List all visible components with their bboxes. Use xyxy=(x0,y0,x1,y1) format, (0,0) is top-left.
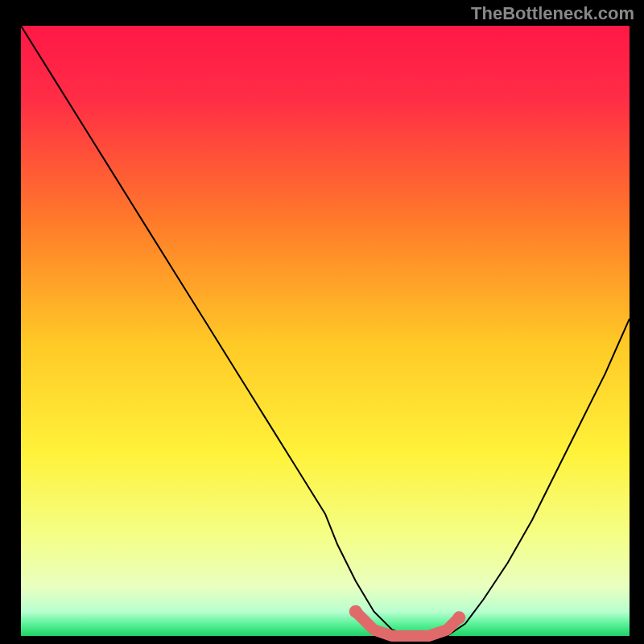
highlight-end-dot xyxy=(452,611,465,624)
chart-svg xyxy=(0,0,644,644)
plot-background xyxy=(21,26,630,636)
highlight-start-dot xyxy=(349,605,362,618)
chart-stage: TheBottleneck.com xyxy=(0,0,644,644)
